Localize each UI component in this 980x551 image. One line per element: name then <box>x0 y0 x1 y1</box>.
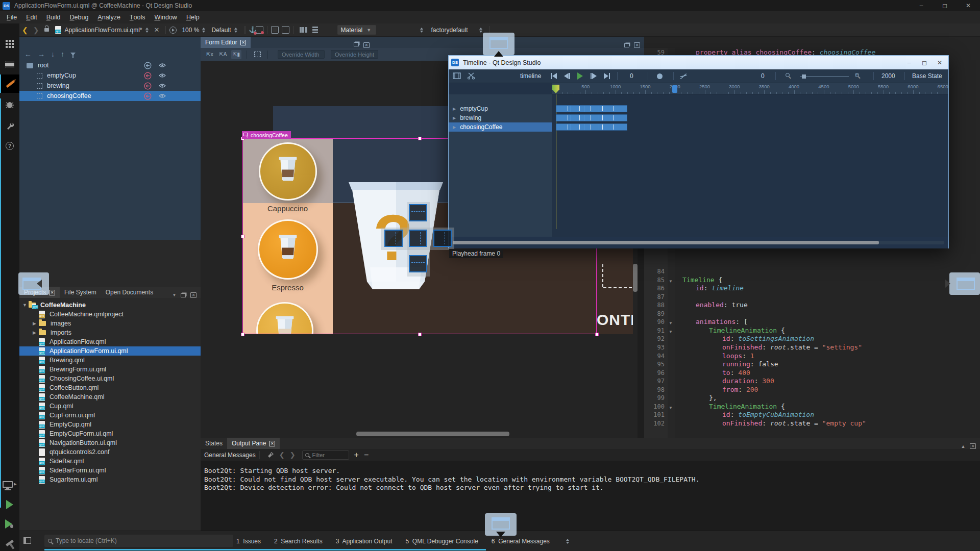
keyframe-marker[interactable] <box>568 124 568 130</box>
file-CoffeeMachine.qmlproject[interactable]: CoffeeMachine.qmlproject <box>19 310 201 319</box>
output-channel-select[interactable]: General Messages <box>204 452 256 459</box>
build-button[interactable] <box>0 534 19 551</box>
navigator-item-emptyCup[interactable]: emptyCup <box>19 70 201 81</box>
file-images[interactable]: ▶images <box>19 319 201 328</box>
pane-button-search-results[interactable]: 2 Search Results <box>274 538 323 545</box>
document-spinner[interactable] <box>145 28 149 33</box>
file-CupForm.ui.qml[interactable]: CupForm.ui.qml <box>19 411 201 420</box>
keyframe-marker[interactable] <box>614 115 614 120</box>
columns-layout-icon[interactable] <box>300 27 307 33</box>
back-icon[interactable]: ❮ <box>22 26 28 34</box>
mode-edit-button[interactable] <box>0 55 19 73</box>
file-CoffeeButton.qml[interactable]: CoffeeButton.qml <box>19 383 201 392</box>
state-label[interactable]: Base State <box>912 72 942 80</box>
clear-output-icon[interactable] <box>266 452 274 459</box>
float-pane-icon[interactable] <box>181 293 186 297</box>
pane-button-qml-debugger-console[interactable]: 5 QML Debugger Console <box>406 538 478 545</box>
partial-continue-button[interactable]: ONTINUE <box>597 311 633 332</box>
keyframe-marker[interactable] <box>602 115 603 120</box>
keyframe-marker[interactable] <box>602 106 603 111</box>
file-SugarItem.ui.qml[interactable]: SugarItem.ui.qml <box>19 475 201 484</box>
close-tab-icon[interactable]: ✕ <box>240 40 247 45</box>
forward-icon[interactable]: ❯ <box>33 26 39 34</box>
mode-projects-button[interactable] <box>0 116 19 135</box>
show-bounds-button[interactable] <box>252 50 262 59</box>
scissors-icon[interactable] <box>467 72 475 80</box>
mode-design-button[interactable] <box>0 74 19 93</box>
timeline-section-bar[interactable] <box>556 123 627 131</box>
current-document[interactable]: ApplicationFlowForm.ui.qml* <box>64 27 142 34</box>
debug-run-button[interactable] <box>0 515 19 533</box>
keyframe-value-field[interactable]: 0 <box>761 72 765 80</box>
menu-tools[interactable]: Tools <box>125 11 150 23</box>
file-SideBar.qml[interactable]: SideBar.qml <box>19 457 201 466</box>
selection-handle[interactable] <box>418 137 422 140</box>
next-frame-button[interactable] <box>591 73 597 79</box>
keyframe-marker[interactable] <box>614 106 614 111</box>
kit-spinner[interactable] <box>479 28 482 33</box>
frame-export-icon[interactable] <box>256 26 263 34</box>
menu-help[interactable]: Help <box>182 11 204 23</box>
snap-anchors-button[interactable]: ⇱A <box>218 50 228 59</box>
keyframe-marker[interactable] <box>579 115 580 120</box>
move-right-icon[interactable]: → <box>38 50 45 58</box>
current-frame-field[interactable]: 0 <box>630 72 633 80</box>
navigator-item-brewing[interactable]: brewing <box>19 81 201 91</box>
eye-icon[interactable] <box>159 63 166 68</box>
export-icon[interactable] <box>144 72 152 80</box>
window-close-button[interactable]: ✕ <box>957 0 980 11</box>
file-BrewingForm.ui.qml[interactable]: BrewingForm.ui.qml <box>19 365 201 374</box>
preview-icon[interactable] <box>169 27 177 34</box>
mode-welcome-button[interactable] <box>0 35 19 53</box>
move-left-icon[interactable]: ← <box>24 50 32 58</box>
style-select[interactable]: Default <box>211 27 231 34</box>
timeline-ruler[interactable]: 5001000150020002500300035004000450050005… <box>552 83 948 94</box>
run-button[interactable] <box>0 495 19 514</box>
eye-icon[interactable] <box>159 73 166 78</box>
timeline-section-bar[interactable] <box>556 105 627 112</box>
menu-edit[interactable]: Edit <box>21 11 42 23</box>
expand-icon[interactable]: ▶ <box>33 330 39 335</box>
file-CoffeeMachine.qml[interactable]: CoffeeMachine.qml <box>19 392 201 402</box>
tab-form-editor[interactable]: Form Editor✕ <box>201 37 251 48</box>
kit-selector-button[interactable]: ▶ <box>0 475 19 493</box>
zoom-in-icon[interactable]: + <box>855 73 859 77</box>
mode-help-button[interactable]: ? <box>0 137 19 155</box>
keyframe-marker[interactable] <box>591 106 591 111</box>
tab-file-system[interactable]: File System <box>60 287 101 298</box>
toggle-sidebar-icon[interactable] <box>23 537 31 544</box>
record-button[interactable] <box>657 73 663 79</box>
chevron-down-icon[interactable]: ▼ <box>172 293 176 297</box>
timeline-settings-icon[interactable] <box>453 72 461 79</box>
menu-file[interactable]: File <box>2 11 21 23</box>
selection-handle[interactable] <box>241 235 244 238</box>
canvas-hscroll-thumb[interactable] <box>356 432 509 436</box>
grid-layout-icon[interactable] <box>323 27 330 33</box>
file-ChoosingCoffee.ui.qml[interactable]: ChoosingCoffee.ui.qml <box>19 374 201 383</box>
fold-marker-icon[interactable]: ▼ <box>669 278 673 286</box>
selection-handle[interactable] <box>418 333 422 336</box>
fold-marker-icon[interactable]: ▼ <box>669 404 673 412</box>
filter-icon[interactable] <box>70 53 76 56</box>
window-close-button[interactable]: ✕ <box>932 57 947 68</box>
timeline-track-area[interactable] <box>552 94 948 237</box>
file-Cup.qml[interactable]: Cup.qml <box>19 402 201 411</box>
expand-icon[interactable]: ▶ <box>453 125 456 130</box>
playhead-marker[interactable] <box>552 85 559 93</box>
override-width-field[interactable]: Override Width <box>278 50 325 59</box>
file-NavigationButton.ui.qml[interactable]: NavigationButton.ui.qml <box>19 438 201 447</box>
keyframe-marker[interactable] <box>591 124 591 130</box>
output-filter-input[interactable]: Filter <box>302 450 349 460</box>
export-icon[interactable] <box>144 92 152 100</box>
canvas-vscroll-thumb[interactable] <box>633 264 638 292</box>
float-pane-icon[interactable] <box>624 43 629 47</box>
to-end-button[interactable] <box>604 73 610 79</box>
pane-button-application-output[interactable]: 3 Application Output <box>336 538 393 545</box>
selection-handle[interactable] <box>595 333 599 336</box>
keyframe-marker[interactable] <box>579 106 580 111</box>
expand-icon[interactable]: ▶ <box>453 107 456 111</box>
timeline-hscroll-track[interactable] <box>453 241 944 244</box>
target-spinner[interactable] <box>420 28 423 33</box>
file-qtquickcontrols2.conf[interactable]: qtquickcontrols2.conf <box>19 447 201 457</box>
close-pane-icon[interactable]: ✕ <box>970 443 976 449</box>
